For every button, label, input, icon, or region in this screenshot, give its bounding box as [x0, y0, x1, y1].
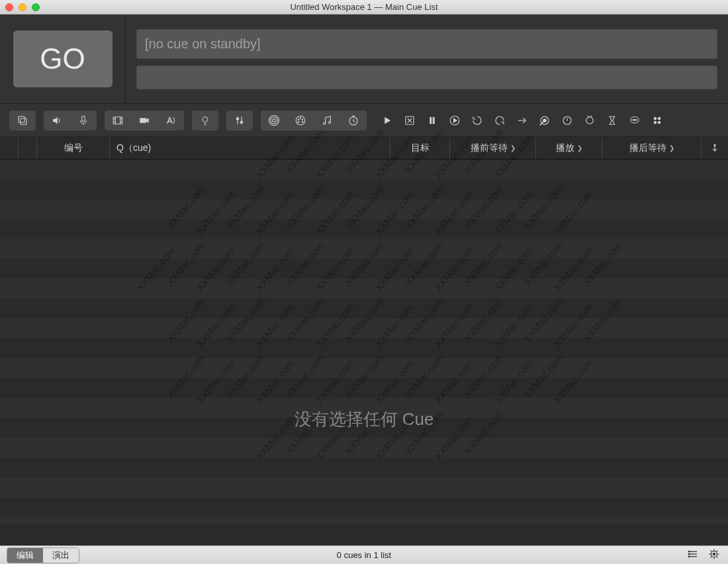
devamp-icon[interactable] — [467, 111, 487, 130]
list-row — [0, 358, 728, 378]
network-cue-icon[interactable] — [261, 111, 287, 130]
svg-line-35 — [540, 121, 544, 125]
list-row — [0, 378, 728, 398]
music-note-icon[interactable] — [314, 111, 340, 130]
svg-point-52 — [688, 551, 690, 553]
column-header-row: 编号 Q（cue) 目标 播前等待❯ 播放❯ 播后等待❯ — [0, 137, 728, 160]
svg-rect-3 — [113, 117, 122, 124]
list-row — [0, 457, 728, 477]
column-target-label: 目标 — [411, 142, 430, 154]
svg-rect-2 — [82, 116, 85, 121]
pause-icon[interactable] — [422, 111, 442, 130]
mic-cue-icon[interactable] — [70, 111, 97, 130]
svg-point-21 — [302, 118, 303, 120]
midi-cue-icon[interactable] — [287, 111, 314, 130]
list-row — [0, 517, 728, 524]
list-view-icon[interactable] — [687, 548, 699, 562]
audio-cue-icon[interactable] — [44, 111, 70, 130]
column-flag[interactable] — [0, 137, 19, 159]
column-q-label: Q（cue) — [116, 142, 151, 154]
svg-line-62 — [717, 557, 718, 558]
list-row — [0, 338, 728, 358]
show-mode-button[interactable]: 演出 — [43, 548, 79, 563]
tool-group-audio — [44, 111, 97, 130]
fade-cue-icon[interactable] — [226, 111, 253, 130]
load-icon[interactable] — [490, 111, 510, 130]
svg-line-61 — [711, 551, 712, 552]
svg-point-25 — [324, 122, 326, 124]
anchor-down-icon — [710, 144, 719, 153]
close-window-button[interactable] — [5, 3, 13, 11]
wait-icon[interactable] — [602, 111, 622, 130]
timecode-cue-icon[interactable] — [340, 111, 367, 130]
svg-rect-30 — [433, 117, 435, 124]
light-cue-icon[interactable] — [192, 111, 218, 130]
play-icon[interactable] — [377, 111, 397, 130]
list-row — [0, 477, 728, 497]
column-q[interactable]: Q（cue) — [110, 137, 390, 159]
arm-icon[interactable] — [557, 111, 577, 130]
column-number[interactable]: 编号 — [37, 137, 110, 159]
svg-point-42 — [636, 119, 637, 120]
goto-icon[interactable] — [512, 111, 532, 130]
svg-point-22 — [298, 121, 299, 122]
svg-point-16 — [273, 118, 276, 122]
minimize-window-button[interactable] — [19, 3, 26, 11]
svg-point-54 — [688, 556, 690, 557]
traffic-lights — [0, 3, 40, 11]
list-row — [0, 199, 728, 219]
mode-toggle: 编辑 演出 — [7, 547, 79, 563]
column-postwait-label: 播后等待 — [629, 142, 666, 154]
target-icon[interactable] — [535, 111, 555, 130]
list-row — [0, 318, 728, 338]
column-postwait[interactable]: 播后等待❯ — [602, 137, 702, 159]
tool-group-network — [261, 111, 367, 130]
standby-notes-field[interactable] — [136, 66, 717, 89]
list-row — [0, 259, 728, 279]
edit-mode-button[interactable]: 编辑 — [7, 548, 43, 563]
svg-point-17 — [271, 117, 278, 124]
chevron-right-icon: ❯ — [669, 144, 674, 152]
cue-toolbar — [0, 104, 728, 137]
list-row — [0, 438, 728, 457]
svg-point-45 — [654, 120, 657, 124]
column-prewait[interactable]: 播前等待❯ — [450, 137, 536, 159]
svg-point-11 — [203, 117, 208, 122]
group-cue-icon[interactable] — [9, 111, 36, 130]
svg-rect-1 — [21, 118, 26, 124]
go-button[interactable]: GO — [13, 30, 113, 87]
camera-cue-icon[interactable] — [131, 111, 158, 130]
list-row — [0, 219, 728, 239]
resume-icon[interactable] — [445, 111, 465, 130]
memo-icon[interactable] — [625, 111, 645, 130]
column-action[interactable]: 播放❯ — [536, 137, 602, 159]
standby-cue-field[interactable]: [no cue on standby] — [136, 29, 717, 59]
list-row — [0, 497, 728, 517]
maximize-window-button[interactable] — [32, 3, 40, 11]
svg-point-24 — [300, 117, 301, 118]
settings-gear-icon[interactable] — [708, 548, 720, 562]
svg-line-63 — [711, 557, 712, 558]
tool-group-light — [192, 111, 218, 130]
stop-icon[interactable] — [400, 111, 420, 130]
column-continue[interactable] — [702, 137, 728, 159]
status-right — [687, 548, 720, 562]
list-row — [0, 418, 728, 438]
text-cue-icon[interactable] — [158, 111, 184, 130]
status-bar: 编辑 演出 0 cues in 1 list — [0, 545, 728, 564]
list-row — [0, 398, 728, 418]
window-title: Untitled Workspace 1 — Main Cue List — [0, 2, 728, 12]
list-row — [0, 279, 728, 299]
cart-icon[interactable] — [647, 111, 667, 130]
svg-point-26 — [328, 121, 330, 123]
go-block: GO — [0, 15, 126, 103]
column-prewait-label: 播前等待 — [471, 142, 508, 154]
svg-rect-14 — [237, 118, 239, 119]
reset-icon[interactable] — [580, 111, 600, 130]
svg-point-56 — [713, 553, 715, 555]
chevron-right-icon: ❯ — [577, 144, 582, 152]
column-target[interactable]: 目标 — [390, 137, 450, 159]
video-cue-icon[interactable] — [105, 111, 131, 130]
column-status[interactable] — [19, 137, 37, 159]
cue-list-area[interactable]: 没有选择任何 Cue — [0, 160, 728, 524]
